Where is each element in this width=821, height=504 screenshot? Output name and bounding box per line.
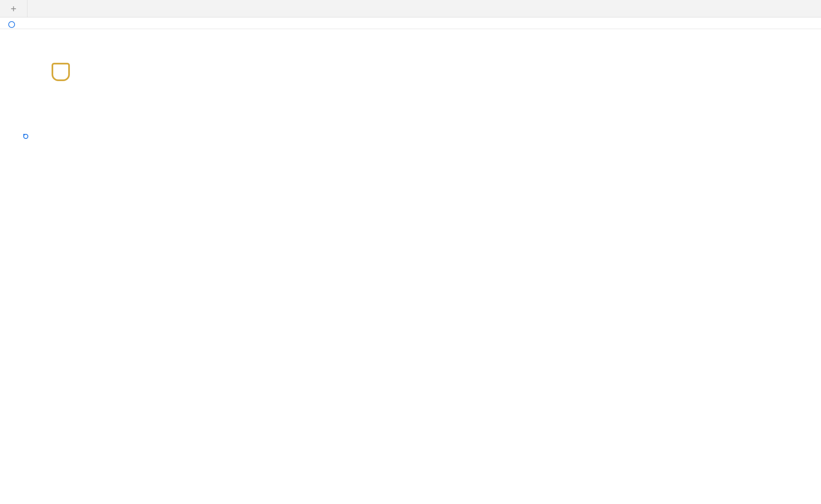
table-header-row (23, 117, 821, 134)
select-all-corner[interactable] (0, 20, 23, 29)
cell-grid[interactable] (23, 29, 821, 504)
column-ruler (0, 17, 821, 29)
selection-handle[interactable] (23, 134, 28, 139)
svg-point-0 (9, 21, 15, 27)
promo-blurb (654, 38, 821, 49)
sheet-tab-bar: + (0, 0, 821, 17)
add-sheet-button[interactable]: + (0, 0, 27, 17)
logo-badge-icon (52, 63, 70, 81)
row-header-gutter (0, 29, 23, 504)
bench-logo (27, 70, 185, 81)
